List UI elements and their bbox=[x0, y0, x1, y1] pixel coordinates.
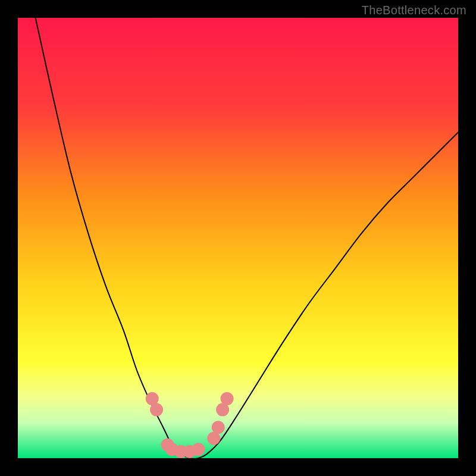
sample-dot bbox=[212, 421, 225, 434]
sample-dot bbox=[192, 443, 205, 456]
chart-background-gradient bbox=[18, 18, 458, 458]
sample-dot bbox=[150, 403, 163, 416]
sample-dot bbox=[221, 392, 234, 405]
chart-plot-area bbox=[18, 18, 458, 458]
chart-frame: TheBottleneck.com bbox=[0, 0, 476, 476]
chart-svg bbox=[18, 18, 458, 458]
watermark-text: TheBottleneck.com bbox=[362, 4, 466, 17]
